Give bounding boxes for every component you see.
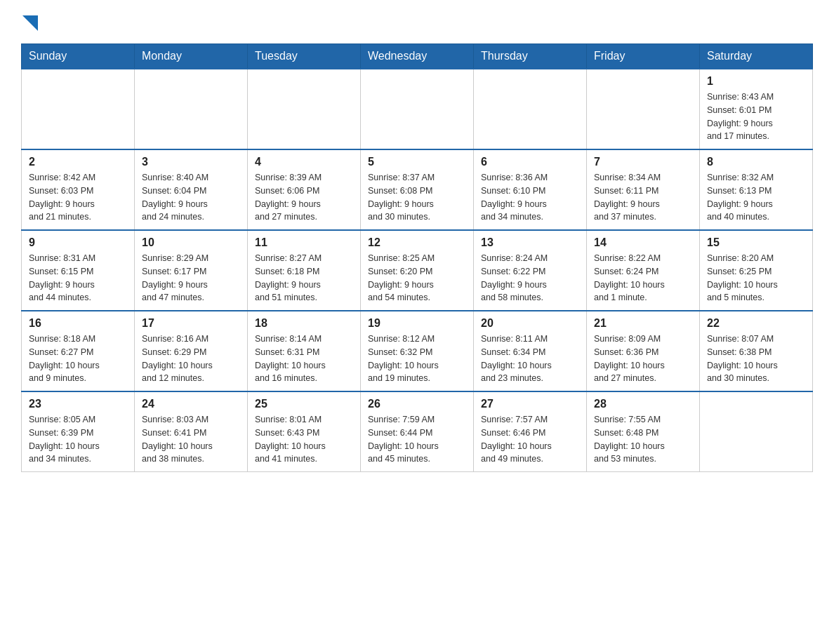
calendar-week-row: 9Sunrise: 8:31 AM Sunset: 6:15 PM Daylig… (22, 230, 813, 311)
calendar-cell: 3Sunrise: 8:40 AM Sunset: 6:04 PM Daylig… (135, 149, 248, 230)
day-info: Sunrise: 8:32 AM Sunset: 6:13 PM Dayligh… (707, 171, 805, 224)
calendar-cell (587, 69, 700, 149)
calendar-cell (700, 391, 813, 472)
calendar-cell: 18Sunrise: 8:14 AM Sunset: 6:31 PM Dayli… (248, 311, 361, 391)
day-info: Sunrise: 8:29 AM Sunset: 6:17 PM Dayligh… (142, 252, 240, 304)
weekday-header-wednesday: Wednesday (361, 44, 474, 69)
day-info: Sunrise: 8:09 AM Sunset: 6:36 PM Dayligh… (594, 333, 692, 385)
calendar-cell (248, 69, 361, 149)
calendar-week-row: 2Sunrise: 8:42 AM Sunset: 6:03 PM Daylig… (22, 149, 813, 230)
logo (21, 14, 38, 31)
day-number: 12 (368, 236, 466, 249)
day-info: Sunrise: 8:11 AM Sunset: 6:34 PM Dayligh… (481, 333, 579, 385)
day-number: 6 (481, 156, 579, 168)
day-number: 28 (594, 398, 692, 410)
calendar-cell: 14Sunrise: 8:22 AM Sunset: 6:24 PM Dayli… (587, 230, 700, 311)
day-info: Sunrise: 8:36 AM Sunset: 6:10 PM Dayligh… (481, 171, 579, 224)
day-number: 18 (255, 317, 353, 330)
day-number: 11 (255, 236, 353, 249)
day-info: Sunrise: 8:01 AM Sunset: 6:43 PM Dayligh… (255, 413, 353, 466)
day-number: 17 (142, 317, 240, 330)
day-info: Sunrise: 8:07 AM Sunset: 6:38 PM Dayligh… (707, 333, 805, 385)
day-info: Sunrise: 7:59 AM Sunset: 6:44 PM Dayligh… (368, 413, 466, 466)
weekday-header-thursday: Thursday (474, 44, 587, 69)
day-info: Sunrise: 8:34 AM Sunset: 6:11 PM Dayligh… (594, 171, 692, 224)
day-number: 23 (29, 398, 127, 410)
calendar-cell: 7Sunrise: 8:34 AM Sunset: 6:11 PM Daylig… (587, 149, 700, 230)
day-number: 14 (594, 236, 692, 249)
calendar-cell: 8Sunrise: 8:32 AM Sunset: 6:13 PM Daylig… (700, 149, 813, 230)
day-info: Sunrise: 8:12 AM Sunset: 6:32 PM Dayligh… (368, 333, 466, 385)
calendar-cell: 10Sunrise: 8:29 AM Sunset: 6:17 PM Dayli… (135, 230, 248, 311)
calendar-cell: 20Sunrise: 8:11 AM Sunset: 6:34 PM Dayli… (474, 311, 587, 391)
calendar-cell: 23Sunrise: 8:05 AM Sunset: 6:39 PM Dayli… (22, 391, 135, 472)
calendar-cell: 24Sunrise: 8:03 AM Sunset: 6:41 PM Dayli… (135, 391, 248, 472)
day-number: 16 (29, 317, 127, 330)
calendar-cell: 27Sunrise: 7:57 AM Sunset: 6:46 PM Dayli… (474, 391, 587, 472)
day-info: Sunrise: 8:25 AM Sunset: 6:20 PM Dayligh… (368, 252, 466, 304)
calendar-body: 1Sunrise: 8:43 AM Sunset: 6:01 PM Daylig… (22, 69, 813, 472)
day-number: 2 (29, 156, 127, 168)
calendar-cell (361, 69, 474, 149)
day-info: Sunrise: 8:37 AM Sunset: 6:08 PM Dayligh… (368, 171, 466, 224)
calendar-week-row: 1Sunrise: 8:43 AM Sunset: 6:01 PM Daylig… (22, 69, 813, 149)
calendar-cell: 11Sunrise: 8:27 AM Sunset: 6:18 PM Dayli… (248, 230, 361, 311)
calendar-header: SundayMondayTuesdayWednesdayThursdayFrid… (22, 44, 813, 69)
day-number: 7 (594, 156, 692, 168)
calendar-cell (474, 69, 587, 149)
day-number: 20 (481, 317, 579, 330)
calendar-cell (22, 69, 135, 149)
calendar-cell: 5Sunrise: 8:37 AM Sunset: 6:08 PM Daylig… (361, 149, 474, 230)
day-number: 21 (594, 317, 692, 330)
day-number: 5 (368, 156, 466, 168)
day-info: Sunrise: 8:18 AM Sunset: 6:27 PM Dayligh… (29, 333, 127, 385)
day-info: Sunrise: 7:57 AM Sunset: 6:46 PM Dayligh… (481, 413, 579, 466)
calendar-cell: 22Sunrise: 8:07 AM Sunset: 6:38 PM Dayli… (700, 311, 813, 391)
day-number: 13 (481, 236, 579, 249)
day-info: Sunrise: 8:16 AM Sunset: 6:29 PM Dayligh… (142, 333, 240, 385)
day-number: 15 (707, 236, 805, 249)
calendar-cell: 28Sunrise: 7:55 AM Sunset: 6:48 PM Dayli… (587, 391, 700, 472)
day-number: 25 (255, 398, 353, 410)
day-info: Sunrise: 8:42 AM Sunset: 6:03 PM Dayligh… (29, 171, 127, 224)
day-number: 24 (142, 398, 240, 410)
day-info: Sunrise: 8:43 AM Sunset: 6:01 PM Dayligh… (707, 90, 805, 143)
day-info: Sunrise: 8:24 AM Sunset: 6:22 PM Dayligh… (481, 252, 579, 304)
day-info: Sunrise: 8:39 AM Sunset: 6:06 PM Dayligh… (255, 171, 353, 224)
day-number: 8 (707, 156, 805, 168)
calendar-cell: 17Sunrise: 8:16 AM Sunset: 6:29 PM Dayli… (135, 311, 248, 391)
day-info: Sunrise: 8:40 AM Sunset: 6:04 PM Dayligh… (142, 171, 240, 224)
calendar-week-row: 23Sunrise: 8:05 AM Sunset: 6:39 PM Dayli… (22, 391, 813, 472)
calendar-cell: 26Sunrise: 7:59 AM Sunset: 6:44 PM Dayli… (361, 391, 474, 472)
weekday-header-friday: Friday (587, 44, 700, 69)
calendar-cell: 2Sunrise: 8:42 AM Sunset: 6:03 PM Daylig… (22, 149, 135, 230)
day-info: Sunrise: 8:27 AM Sunset: 6:18 PM Dayligh… (255, 252, 353, 304)
weekday-header-saturday: Saturday (700, 44, 813, 69)
day-info: Sunrise: 7:55 AM Sunset: 6:48 PM Dayligh… (594, 413, 692, 466)
calendar-cell: 16Sunrise: 8:18 AM Sunset: 6:27 PM Dayli… (22, 311, 135, 391)
svg-marker-0 (22, 15, 38, 31)
calendar-cell: 15Sunrise: 8:20 AM Sunset: 6:25 PM Dayli… (700, 230, 813, 311)
weekday-header-row: SundayMondayTuesdayWednesdayThursdayFrid… (22, 44, 813, 69)
day-number: 19 (368, 317, 466, 330)
logo-arrow-icon (22, 15, 38, 31)
day-info: Sunrise: 8:31 AM Sunset: 6:15 PM Dayligh… (29, 252, 127, 304)
calendar-cell: 19Sunrise: 8:12 AM Sunset: 6:32 PM Dayli… (361, 311, 474, 391)
calendar-cell: 25Sunrise: 8:01 AM Sunset: 6:43 PM Dayli… (248, 391, 361, 472)
calendar-cell: 1Sunrise: 8:43 AM Sunset: 6:01 PM Daylig… (700, 69, 813, 149)
day-info: Sunrise: 8:20 AM Sunset: 6:25 PM Dayligh… (707, 252, 805, 304)
calendar-cell (135, 69, 248, 149)
day-number: 27 (481, 398, 579, 410)
weekday-header-monday: Monday (135, 44, 248, 69)
weekday-header-sunday: Sunday (22, 44, 135, 69)
day-number: 4 (255, 156, 353, 168)
calendar-cell: 4Sunrise: 8:39 AM Sunset: 6:06 PM Daylig… (248, 149, 361, 230)
calendar-cell: 21Sunrise: 8:09 AM Sunset: 6:36 PM Dayli… (587, 311, 700, 391)
calendar-table: SundayMondayTuesdayWednesdayThursdayFrid… (21, 43, 813, 472)
day-number: 26 (368, 398, 466, 410)
calendar-cell: 13Sunrise: 8:24 AM Sunset: 6:22 PM Dayli… (474, 230, 587, 311)
day-info: Sunrise: 8:22 AM Sunset: 6:24 PM Dayligh… (594, 252, 692, 304)
calendar-cell: 9Sunrise: 8:31 AM Sunset: 6:15 PM Daylig… (22, 230, 135, 311)
day-number: 22 (707, 317, 805, 330)
page-header (21, 14, 813, 31)
